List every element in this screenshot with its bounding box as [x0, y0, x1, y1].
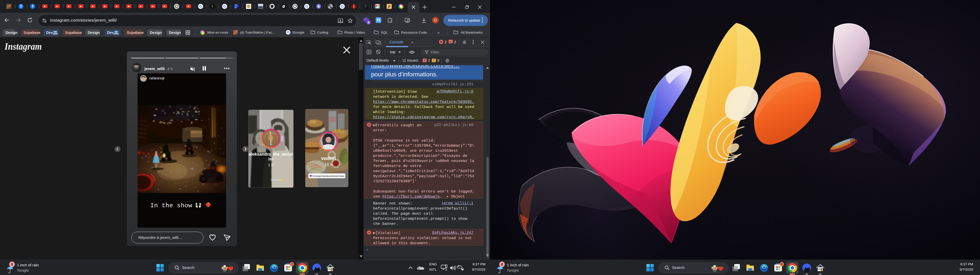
svg-text:1 h: 1 h: [268, 163, 274, 167]
svg-text:@alinacristini: @alinacristini: [270, 179, 283, 181]
svg-text:16 h: 16 h: [325, 163, 332, 167]
svg-text:YUL Aéroport International Mon: YUL Aéroport International Montréal-Trud…: [312, 175, 344, 177]
svg-text:aleksandra_the_aerial: aleksandra_the_aerial: [249, 152, 293, 156]
svg-text:vodkirl: vodkirl: [321, 156, 336, 161]
svg-text:ist: ist: [268, 156, 273, 161]
